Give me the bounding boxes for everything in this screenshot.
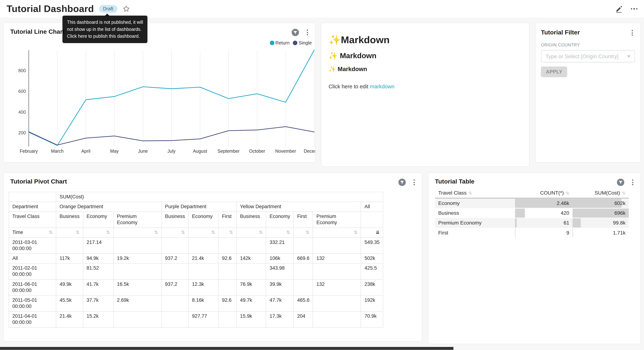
x-axis-label: August — [193, 149, 207, 154]
favorite-star-icon[interactable] — [123, 5, 130, 12]
pivot-sort-cell[interactable]: ⇊ — [361, 228, 383, 238]
pivot-value-cell — [313, 296, 361, 311]
pivot-value-cell: 49.9k — [56, 280, 83, 296]
card-tutorial-line-chart: Tutorial Line Chart ReturnSingle 2004006… — [3, 23, 316, 163]
pivot-sort-cell[interactable]: ⇅ — [83, 228, 114, 238]
page-title: Tutorial Dashboard — [6, 3, 94, 14]
sort-icon: ⇅ — [211, 230, 215, 236]
pivot-table: SUM(Cost)DepartmentOrange DepartmentPurp… — [9, 192, 383, 328]
chart-menu-icon[interactable] — [630, 179, 636, 186]
sort-icon: ⇅ — [181, 230, 185, 236]
pivot-title: Tutorial Pivot Chart — [10, 178, 67, 184]
pivot-sort-cell[interactable]: ⇅ — [218, 228, 236, 238]
pivot-col-header: Economy — [83, 212, 114, 228]
pivot-value-cell: 45.5k — [56, 296, 83, 311]
pivot-value-cell: 15.2k — [83, 311, 114, 327]
pivot-value-cell — [188, 263, 218, 279]
count-cell: 420 — [515, 208, 572, 218]
pivot-value-cell — [114, 311, 162, 327]
pivot-sort-cell[interactable]: ⇅ — [236, 228, 266, 238]
pivot-value-cell: 47.7k — [266, 296, 294, 311]
chart-menu-icon[interactable] — [411, 179, 417, 186]
pivot-sort-cell[interactable]: ⇅ — [114, 228, 162, 238]
sort-icon: ⇅ — [76, 230, 80, 236]
table-row: First91.71k — [435, 228, 629, 238]
markdown-heading-2: ✨ Markdown — [328, 51, 519, 60]
pivot-sort-cell[interactable]: ⇅ — [188, 228, 218, 238]
chevron-down-icon — [627, 55, 630, 57]
markdown-paragraph: Click here to edit markdown — [328, 84, 519, 90]
pivot-col-header: Premium Economy — [114, 212, 162, 228]
pivot-value-cell — [218, 263, 236, 279]
pivot-value-cell: 192k — [361, 296, 383, 311]
pivot-value-cell: 76.9k — [236, 280, 266, 296]
filter-indicator-icon[interactable] — [292, 29, 299, 36]
sort-icon: ⇅ — [49, 230, 52, 236]
pivot-value-cell: 15.9k — [236, 311, 266, 327]
publish-tooltip[interactable]: This dashboard is not published, it will… — [62, 16, 148, 43]
pivot-value-cell: 92.6 — [218, 296, 236, 311]
edit-dashboard-icon[interactable] — [615, 5, 622, 12]
sort-icon: ⇊ — [376, 230, 380, 236]
pivot-sort-cell[interactable]: ⇅ — [266, 228, 294, 238]
table-row: Premium Economy6199.8k — [435, 218, 629, 228]
pivot-col-header: Business — [56, 212, 83, 228]
pivot-data-row: 2011-04-01 00:00:0021.4k15.2k927.7715.9k… — [9, 311, 383, 327]
more-menu-icon[interactable] — [630, 8, 637, 10]
x-axis-label: November — [275, 149, 296, 154]
pivot-value-cell: 425.5 — [361, 263, 383, 279]
pivot-value-cell: 549.35 — [361, 238, 383, 254]
apply-button[interactable]: APPLY — [541, 66, 568, 77]
pivot-value-cell — [162, 263, 188, 279]
table-header[interactable]: SUM(Cost)⇅ — [572, 189, 629, 198]
origin-country-select[interactable]: Type or Select [Origin Country] — [541, 50, 635, 62]
count-cell: 2.46k — [515, 198, 572, 208]
legend-item-single[interactable]: Single — [293, 40, 312, 45]
table-title: Tutorial Table — [435, 178, 474, 184]
pivot-col-header: Premium Economy — [313, 212, 361, 228]
pivot-group-header: Orange Department — [56, 202, 162, 212]
pivot-value-cell: 937.2 — [162, 254, 188, 263]
pivot-col-header: First — [218, 212, 236, 228]
pivot-value-cell: 81.52 — [83, 263, 114, 279]
markdown-heading-3: ✨ Markdown — [328, 66, 519, 72]
pivot-group-row: DepartmentOrange DepartmentPurple Depart… — [9, 202, 383, 212]
pivot-row-label: 2011-03-01 00:00:00 — [9, 238, 56, 254]
x-axis-label: September — [218, 149, 240, 154]
pivot-sort-cell[interactable]: ⇅ — [56, 228, 83, 238]
pivot-value-cell: 465.6 — [294, 296, 313, 311]
pivot-row-label: 2011-02-01 00:00:00 — [9, 263, 56, 279]
filter-menu-icon[interactable] — [629, 30, 635, 36]
pivot-value-cell: 132 — [313, 280, 361, 296]
filter-title: Tutorial Filter — [541, 29, 580, 36]
card-tutorial-pivot-chart: Tutorial Pivot Chart SUM(Cost)Department… — [3, 172, 422, 342]
pivot-sort-cell[interactable]: ⇅ — [162, 228, 188, 238]
filter-indicator-icon[interactable] — [617, 179, 624, 186]
tooltip-line: This dashboard is not published, it will — [67, 19, 143, 26]
pivot-data-row: 2011-03-01 00:00:00217.14332.21549.35 — [9, 238, 383, 254]
pivot-value-cell: 16.5k — [114, 280, 162, 296]
pivot-value-cell: 21.4k — [188, 254, 218, 263]
status-badge[interactable]: Draft — [99, 5, 117, 13]
pivot-measure-row: SUM(Cost) — [9, 192, 383, 202]
sort-icon: ⇅ — [286, 230, 290, 236]
pivot-value-cell: 217.14 — [83, 238, 114, 254]
pivot-sort-cell[interactable]: ⇅ — [294, 228, 313, 238]
pivot-row-dim[interactable]: Time⇅ — [9, 228, 56, 238]
pivot-sort-cell[interactable]: ⇅ — [313, 228, 361, 238]
table-header[interactable]: COUNT(*)⇅ — [515, 189, 572, 198]
table-header[interactable]: Travel Class⇅ — [435, 189, 515, 198]
pivot-sort-row: Time⇅⇅⇅⇅⇅⇅⇅⇅⇅⇅⇅⇊ — [9, 228, 383, 238]
pivot-group-header: Purple Department — [162, 202, 236, 212]
legend-item-return[interactable]: Return — [270, 40, 290, 45]
svg-text:800: 800 — [18, 68, 26, 73]
x-axis-label: April — [81, 149, 90, 154]
tooltip-line: not show up in the list of dashboards. — [67, 26, 143, 33]
filter-indicator-icon[interactable] — [398, 179, 406, 186]
markdown-link[interactable]: markdown — [370, 84, 394, 90]
chart-menu-icon[interactable] — [304, 29, 310, 36]
sort-icon: ⇅ — [229, 230, 233, 236]
pivot-value-cell — [162, 311, 188, 327]
pivot-value-cell: 12.3k — [188, 280, 218, 296]
pivot-value-cell: 332.21 — [266, 238, 294, 254]
